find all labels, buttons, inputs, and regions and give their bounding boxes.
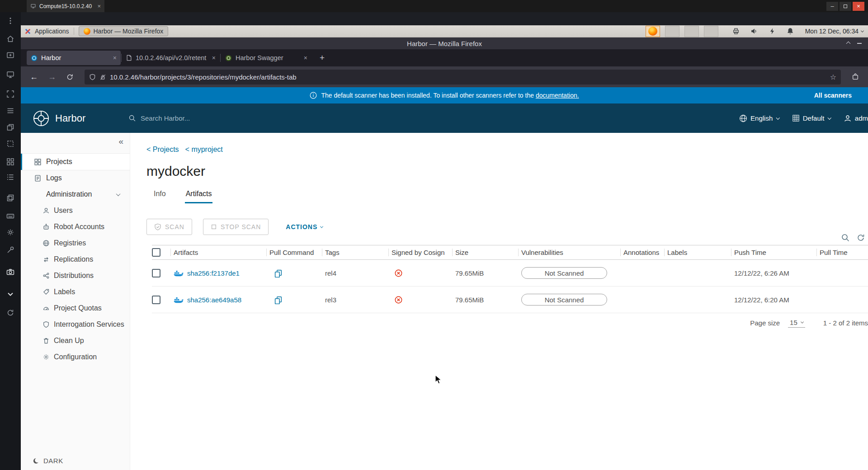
kebab-menu-icon[interactable] [0, 16, 21, 25]
search-input[interactable] [141, 114, 258, 122]
tools-wrench-icon[interactable] [0, 245, 21, 254]
collapse-sidebar-icon[interactable]: « [118, 136, 123, 146]
column-header-vulnerabilities[interactable]: Vulnerabilities [521, 245, 623, 259]
maximize-button[interactable] [840, 2, 851, 11]
close-tab-icon[interactable]: × [212, 54, 216, 61]
registry-selector[interactable]: Default [792, 114, 831, 122]
taskbar-empty-slot[interactable] [704, 26, 718, 37]
column-header-labels[interactable]: Labels [667, 245, 734, 259]
power-icon[interactable] [768, 27, 776, 35]
actions-dropdown[interactable]: ACTIONS [286, 223, 323, 230]
close-tab-icon[interactable]: × [304, 54, 307, 61]
keyboard-icon[interactable] [0, 212, 21, 221]
distro-logo-icon[interactable] [24, 28, 31, 35]
selection-icon[interactable] [0, 139, 21, 148]
search-icon[interactable] [841, 233, 850, 242]
sidebar-item-clean-up[interactable]: Clean Up [21, 333, 130, 349]
user-menu[interactable]: adm [844, 114, 868, 122]
close-tab-icon[interactable]: × [113, 54, 117, 61]
applications-menu[interactable]: Applications [35, 28, 69, 35]
copy-pull-command-icon[interactable] [274, 296, 283, 304]
column-header-tags[interactable]: Tags [325, 245, 392, 259]
sidebar-item-configuration[interactable]: Configuration [21, 349, 130, 365]
tab-info[interactable]: Info [153, 190, 167, 203]
global-search[interactable] [128, 114, 258, 122]
grid-icon[interactable] [0, 157, 21, 166]
sync-icon[interactable] [0, 308, 21, 317]
taskbar-empty-slot[interactable] [684, 26, 699, 37]
sidebar-item-project-quotas[interactable]: Project Quotas [21, 300, 130, 316]
window-restore-icon[interactable] [0, 123, 21, 132]
notifications-bell-icon[interactable] [786, 27, 794, 35]
refresh-icon[interactable] [856, 233, 865, 242]
row-checkbox[interactable] [152, 296, 160, 304]
menu-lines-icon[interactable] [0, 106, 21, 115]
sidebar-item-labels[interactable]: Labels [21, 284, 130, 300]
artifact-digest-link[interactable]: sha256:f2137de1 [187, 269, 240, 277]
sidebar-item-robot-accounts[interactable]: Robot Accounts [21, 219, 130, 235]
clone-panel-icon[interactable] [0, 193, 21, 202]
dark-mode-toggle[interactable]: DARK [33, 457, 63, 465]
column-header-size[interactable]: Size [455, 245, 521, 259]
close-button[interactable]: × [853, 2, 864, 11]
reload-button[interactable] [62, 73, 77, 81]
sidebar-item-replications[interactable]: Replications [21, 251, 130, 268]
extensions-icon[interactable] [848, 73, 863, 80]
sidebar-item-projects[interactable]: Projects [21, 154, 130, 170]
scan-button[interactable]: SCAN [146, 219, 192, 235]
volume-icon[interactable] [750, 27, 758, 35]
column-header-annotations[interactable]: Annotations [623, 245, 667, 259]
minimize-button[interactable]: – [826, 2, 838, 11]
list-icon[interactable] [0, 173, 21, 182]
documentation-link[interactable]: documentation. [536, 92, 579, 99]
copy-pull-command-icon[interactable] [274, 269, 283, 277]
new-window-icon[interactable] [0, 51, 21, 60]
browser-tab-swagger[interactable]: Harbor Swagger × [221, 51, 311, 65]
minimize-icon[interactable] [857, 43, 862, 44]
sidebar-item-interrogation-services[interactable]: Interrogation Services [21, 316, 130, 333]
stop-scan-button[interactable]: STOP SCAN [203, 219, 269, 235]
sidebar-item-registries[interactable]: Registries [21, 235, 130, 251]
artifact-digest-link[interactable]: sha256:ae649a58 [187, 296, 241, 304]
sidebar-item-administration[interactable]: Administration [21, 186, 130, 202]
sidebar-item-users[interactable]: Users [21, 202, 130, 219]
sidebar-item-logs[interactable]: Logs [21, 170, 130, 186]
url-bar[interactable]: 10.0.2.46/harbor/projects/3/repositories… [85, 70, 841, 85]
settings-gear-icon[interactable] [0, 228, 21, 237]
back-button[interactable]: ← [26, 72, 42, 82]
taskbar-window-button[interactable]: Harbor — Mozilla Firefox [79, 26, 169, 36]
connection-not-secure-icon[interactable] [99, 74, 106, 80]
row-checkbox[interactable] [152, 269, 160, 277]
harbor-logo[interactable] [33, 110, 50, 127]
home-icon[interactable] [0, 34, 21, 43]
new-tab-button[interactable]: + [316, 53, 328, 63]
browser-tab-harbor[interactable]: Harbor × [27, 51, 121, 65]
breadcrumb-myproject[interactable]: < myproject [185, 146, 223, 154]
all-scanners-link[interactable]: All scanners [814, 92, 852, 99]
printer-icon[interactable] [732, 27, 740, 35]
language-selector[interactable]: English [739, 114, 779, 122]
fullscreen-icon[interactable] [0, 89, 21, 99]
restore-icon[interactable] [846, 41, 851, 46]
monitor-icon[interactable] [0, 70, 21, 79]
sidebar-item-distributions[interactable]: Distributions [21, 268, 130, 284]
select-all-checkbox[interactable] [152, 248, 160, 257]
camera-icon[interactable] [0, 268, 21, 277]
taskbar-empty-slot[interactable] [665, 26, 679, 37]
tab-artifacts[interactable]: Artifacts [185, 190, 213, 203]
column-header-artifacts[interactable]: Artifacts [174, 245, 269, 259]
column-header-push-time[interactable]: Push Time [734, 245, 820, 259]
column-header-pull-time[interactable]: Pull Time [820, 245, 868, 259]
bookmark-star-icon[interactable]: ☆ [830, 73, 836, 81]
column-header-signed[interactable]: Signed by Cosign [392, 245, 455, 259]
browser-tab-api[interactable]: 10.0.2.46/api/v2.0/retent × [122, 51, 220, 65]
chevron-down-icon[interactable] [0, 290, 21, 299]
close-icon[interactable]: × [97, 3, 101, 9]
remote-session-tab[interactable]: Compute15-10.0.2.40 × [27, 0, 104, 12]
column-header-pull-command[interactable]: Pull Command [269, 245, 325, 259]
brand-name[interactable]: Harbor [55, 113, 85, 124]
page-size-select[interactable]: 15 [788, 318, 805, 328]
breadcrumb-projects[interactable]: < Projects [146, 146, 179, 154]
tracking-shield-icon[interactable] [89, 74, 96, 80]
taskbar-active-app[interactable] [646, 26, 660, 37]
